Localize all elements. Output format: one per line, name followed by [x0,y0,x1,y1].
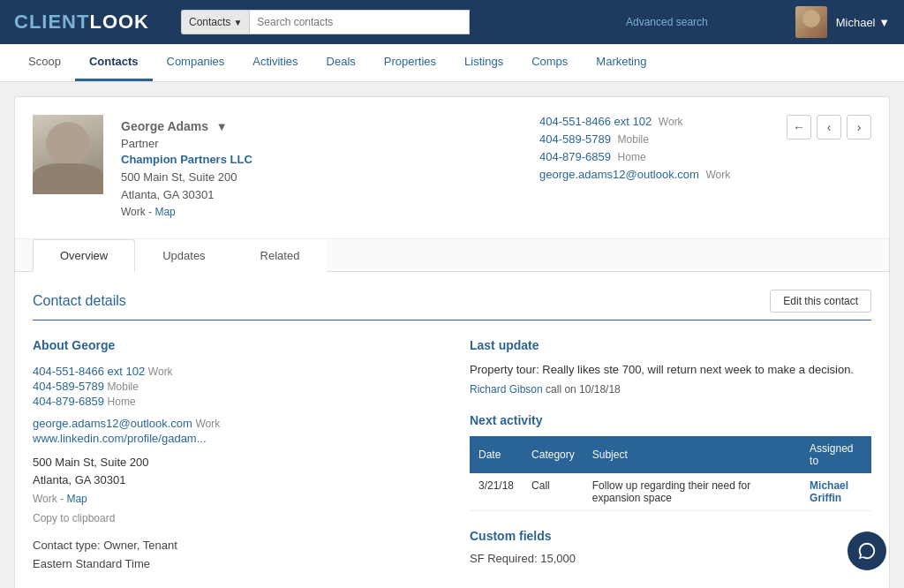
about-map-link[interactable]: Map [66,493,87,505]
prev-button[interactable]: ‹ [817,115,841,139]
contact-type: Contact type: Owner, Tenant Eastern Stan… [33,537,434,574]
about-phone2-link[interactable]: 404-589-5789 [33,380,104,393]
contact-details-title: Contact details [33,293,126,309]
linkedin-link[interactable]: www.linkedin.com/profile/gadam... [33,432,207,445]
main-content: George Adams ▼ Partner Champion Partners… [14,96,890,588]
dropdown-arrow-icon: ▼ [233,18,242,27]
content-area: Contact details Edit this contact About … [15,272,889,589]
col-category: Category [523,436,584,473]
search-input[interactable] [249,10,470,34]
last-update-title: Last update [470,338,871,352]
header: CLIENTLOOK Contacts ▼ Advanced search Mi… [0,0,904,44]
chat-icon [857,541,877,561]
nav-tab-companies[interactable]: Companies [153,44,239,81]
nav-tab-deals[interactable]: Deals [313,44,370,81]
contact-details-header: Contact details Edit this contact [33,290,871,320]
about-phone1-link[interactable]: 404-551-8466 ext 102 [33,365,145,378]
profile-section: George Adams ▼ Partner Champion Partners… [15,97,889,239]
activity-category: Call [523,473,584,511]
col-subject: Subject [584,436,801,473]
activity-subject: Follow up regarding their need for expan… [584,473,801,511]
profile-title: Partner [121,137,539,150]
profile-address: 500 Main St, Suite 200 Atlanta, GA 30301… [121,169,539,221]
col-assigned: Assigned to [801,436,871,473]
phone1-link[interactable]: 404-551-8466 ext 102 [539,115,652,128]
phone3-link[interactable]: 404-879-6859 [539,150,611,163]
about-phone1: 404-551-8466 ext 102 Work [33,365,434,378]
col-left: About George 404-551-8466 ext 102 Work 4… [33,338,434,589]
contact-email: george.adams12@outlook.com Work [539,168,769,181]
logo: CLIENTLOOK [14,11,149,34]
activity-table-header: Date Category Subject Assigned to [470,436,871,473]
nav-tab-activities[interactable]: Activities [238,44,312,81]
back-button[interactable]: ← [787,115,811,139]
custom-fields-title: Custom fields [470,529,871,543]
nav-bar: Scoop Contacts Companies Activities Deal… [0,44,904,82]
advanced-search-link[interactable]: Advanced search [626,16,708,28]
custom-field-sf: SF Required: 15,000 [470,552,871,565]
profile-name: George Adams ▼ [121,115,539,135]
map-link[interactable]: Map [154,206,175,218]
about-linkedin: www.linkedin.com/profile/gadam... [33,432,434,445]
activity-date: 3/21/18 [470,473,523,511]
email-link[interactable]: george.adams12@outlook.com [539,168,699,181]
user-menu[interactable]: Michael ▼ [836,16,890,29]
next-button[interactable]: › [847,115,871,139]
logo-look: LOOK [89,11,149,33]
logo-client: CLIENT [14,11,89,33]
about-phone2: 404-589-5789 Mobile [33,380,434,393]
contact-phone3: 404-879-6859 Home [539,150,769,163]
profile-company[interactable]: Champion Partners LLC [121,153,539,166]
about-email: george.adams12@outlook.com Work [33,417,434,430]
contact-phone1: 404-551-8466 ext 102 Work [539,115,769,128]
sub-tab-updates[interactable]: Updates [135,239,232,272]
last-update-meta: Richard Gibson call on 10/18/18 [470,383,871,396]
about-address: 500 Main St, Suite 200 Atlanta, GA 30301… [33,454,434,509]
nav-tab-listings[interactable]: Listings [450,44,517,81]
activity-assigned: Michael Griffin [801,473,871,511]
copy-to-clipboard[interactable]: Copy to clipboard [33,512,434,524]
nav-tab-properties[interactable]: Properties [370,44,450,81]
two-col-layout: About George 404-551-8466 ext 102 Work 4… [33,338,871,589]
edit-contact-button[interactable]: Edit this contact [770,290,871,313]
col-date: Date [470,436,523,473]
last-update-text: Property tour: Really likes ste 700, wil… [470,361,871,379]
nav-tab-scoop[interactable]: Scoop [14,44,75,81]
header-right: Michael ▼ [795,6,890,38]
nav-tab-contacts[interactable]: Contacts [75,44,153,81]
profile-info: George Adams ▼ Partner Champion Partners… [121,115,539,221]
chat-bubble[interactable] [848,531,886,570]
search-type-dropdown[interactable]: Contacts ▼ [181,10,249,34]
next-activity-title: Next activity [470,413,871,427]
about-title: About George [33,338,434,352]
profile-actions: ← ‹ › [787,115,871,139]
table-row: 3/21/18 Call Follow up regarding their n… [470,473,871,511]
activity-table: Date Category Subject Assigned to 3/21/1… [470,436,871,511]
nav-tab-marketing[interactable]: Marketing [582,44,660,81]
col-right: Last update Property tour: Really likes … [470,338,871,589]
avatar-image [795,6,827,38]
about-email-link[interactable]: george.adams12@outlook.com [33,417,192,430]
phone2-link[interactable]: 404-589-5789 [539,132,611,146]
sub-tab-related[interactable]: Related [233,239,328,272]
contact-phone2: 404-589-5789 Mobile [539,132,769,146]
nav-tab-comps[interactable]: Comps [517,44,582,81]
search-bar: Contacts ▼ [181,10,605,34]
profile-name-dropdown-icon[interactable]: ▼ [216,120,228,133]
last-update-agent[interactable]: Richard Gibson [470,383,543,396]
assigned-link[interactable]: Michael Griffin [810,479,848,504]
profile-photo [33,115,103,194]
contact-info: 404-551-8466 ext 102 Work 404-589-5789 M… [539,115,769,185]
avatar [795,6,827,38]
about-phone3-link[interactable]: 404-879-6859 [33,395,104,408]
sub-tabs: Overview Updates Related [15,239,889,272]
last-update-action: call on 10/18/18 [546,383,621,396]
sub-tab-overview[interactable]: Overview [33,239,135,272]
about-phone3: 404-879-6859 Home [33,395,434,408]
